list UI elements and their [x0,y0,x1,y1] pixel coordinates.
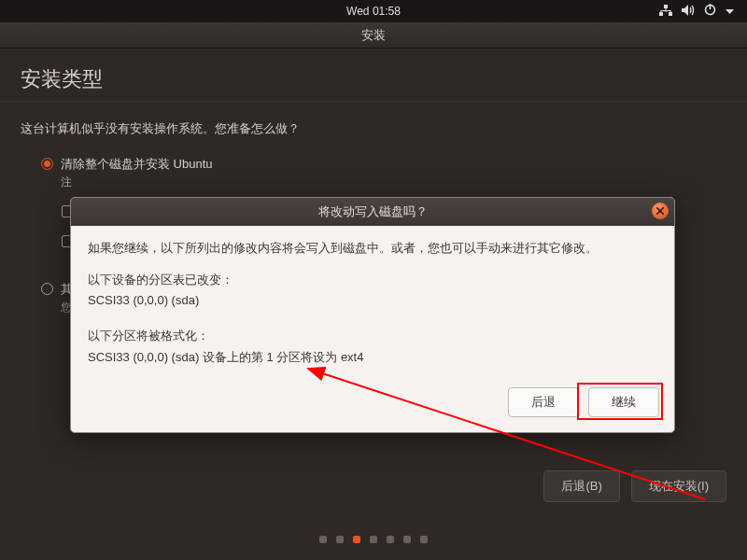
fmt-item: SCSI33 (0,0,0) (sda) 设备上的第 1 分区将设为 ext4 [88,348,657,367]
dialog-intro: 如果您继续，以下所列出的修改内容将会写入到磁盘中。或者，您也可以手动来进行其它修… [88,239,657,258]
option-erase-disk[interactable]: 清除整个磁盘并安装 Ubuntu 注 [41,156,726,190]
dialog-footer: 后退 继续 [71,382,674,432]
wizard-footer: 后退(B) 现在安装(I) [543,470,726,502]
progress-dots [319,536,428,543]
install-now-button[interactable]: 现在安装(I) [631,470,726,502]
dialog-continue-button[interactable]: 继续 [588,387,659,417]
clock: Wed 01:58 [346,5,401,18]
volume-icon[interactable] [682,5,695,19]
install-type-question: 这台计算机似乎没有安装操作系统。您准备怎么做？ [21,120,726,137]
dialog-titlebar: 将改动写入磁盘吗？ [71,198,674,226]
back-button[interactable]: 后退(B) [543,470,619,502]
network-icon[interactable] [659,5,672,19]
svg-rect-5 [661,10,662,13]
window-title: 安装 [361,27,386,44]
radio-other[interactable] [41,283,53,295]
svg-rect-8 [710,4,712,9]
confirm-write-dialog: 将改动写入磁盘吗？ 如果您继续，以下所列出的修改内容将会写入到磁盘中。或者，您也… [70,197,675,433]
window-titlebar: 安装 [0,22,747,49]
dialog-back-button[interactable]: 后退 [508,387,579,417]
power-icon[interactable] [704,4,716,19]
dialog-title: 将改动写入磁盘吗？ [318,203,428,220]
chevron-down-icon[interactable] [726,5,734,18]
desktop-topbar: Wed 01:58 [0,0,747,22]
dialog-body: 如果您继续，以下所列出的修改内容将会写入到磁盘中。或者，您也可以手动来进行其它修… [71,226,674,382]
close-button[interactable] [652,203,669,219]
svg-rect-2 [664,5,668,8]
pt-changed-heading: 以下设备的分区表已改变： [88,271,657,289]
pt-changed-item: SCSI33 (0,0,0) (sda) [88,291,657,310]
svg-rect-4 [661,10,671,11]
fmt-heading: 以下分区将被格式化： [88,327,657,345]
page-title: 安装类型 [0,49,747,102]
radio-erase[interactable] [41,158,53,170]
svg-rect-6 [670,10,671,13]
system-tray[interactable] [659,4,734,19]
